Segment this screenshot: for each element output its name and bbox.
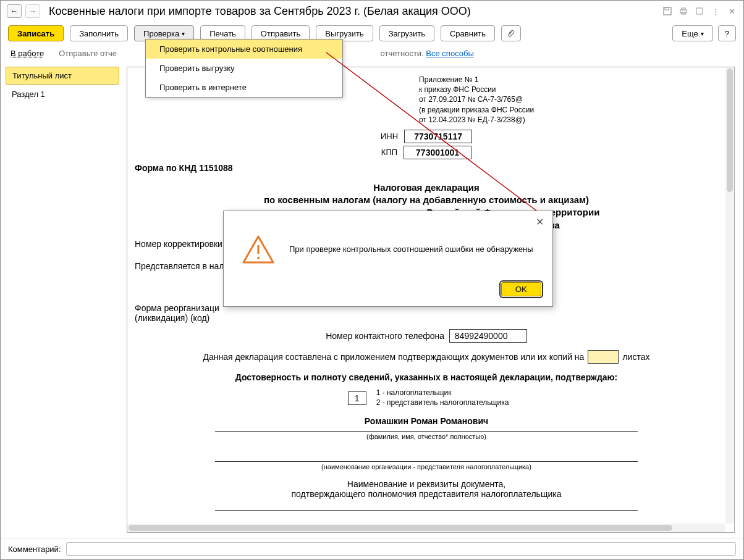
doc-name: Наименование и реквизиты документа, подт…: [135, 479, 718, 499]
svg-rect-3: [682, 8, 685, 10]
sheets-field[interactable]: [588, 350, 619, 364]
menu-item-check-unload[interactable]: Проверить выгрузку: [146, 59, 342, 78]
all-methods-link[interactable]: Все способы: [426, 49, 473, 58]
fio-note: (фамилия, имя, отчество* полностью): [135, 433, 718, 440]
help-button[interactable]: ?: [718, 25, 736, 41]
inn-field[interactable]: 7730715117: [404, 130, 472, 143]
sheets-post: листах: [622, 352, 649, 362]
svg-rect-5: [696, 8, 703, 14]
scrollbar-vertical[interactable]: [725, 67, 734, 524]
confirm-text: Достоверность и полноту сведений, указан…: [235, 372, 617, 382]
result-dialog: ✕ При проверке контрольных соотношений о…: [223, 211, 553, 307]
dialog-ok-button[interactable]: OK: [501, 282, 541, 296]
write-button[interactable]: Записать: [8, 25, 64, 41]
menu-item-check-internet[interactable]: Проверить в интернете: [146, 78, 342, 97]
comment-input[interactable]: [66, 542, 737, 556]
org-note: (наименование организации - представител…: [135, 463, 718, 470]
sidebar-item-title-page[interactable]: Титульный лист: [6, 67, 119, 85]
close-icon[interactable]: ✕: [726, 6, 737, 17]
sheets-pre: Данная декларация составлена с приложени…: [203, 352, 585, 362]
who-legend: 1 - налогоплательщик 2 - представитель н…: [376, 388, 509, 407]
window-title: Косвенные налоги при импорте товаров за …: [49, 5, 658, 18]
fio: Ромашкин Роман Романович: [135, 416, 718, 426]
kpp-label: КПП: [381, 148, 397, 157]
who-code-field[interactable]: 1: [348, 391, 366, 405]
kebab-icon[interactable]: ⋮: [710, 6, 721, 17]
dialog-close-button[interactable]: ✕: [534, 216, 545, 227]
check-dropdown-menu: Проверить контрольные соотношения Провер…: [145, 39, 343, 98]
comment-label: Комментарий:: [8, 545, 61, 554]
phone-field[interactable]: 84992490000: [449, 329, 527, 343]
attach-button[interactable]: [501, 25, 521, 41]
sidebar-item-section-1[interactable]: Раздел 1: [6, 86, 119, 102]
status-label[interactable]: В работе: [11, 49, 44, 58]
warning-icon: [241, 234, 276, 265]
nav-forward-button[interactable]: →: [25, 4, 40, 18]
phone-label: Номер контактного телефона: [326, 331, 444, 341]
compare-button[interactable]: Сравнить: [441, 25, 495, 41]
menu-item-check-ratios[interactable]: Проверить контрольные соотношения: [146, 40, 342, 59]
fill-button[interactable]: Заполнить: [70, 25, 128, 41]
load-button[interactable]: Загрузить: [379, 25, 434, 41]
dialog-message: При проверке контрольных соотношений оши…: [289, 244, 533, 254]
form-code: Форма по КНД 1151088: [135, 163, 718, 173]
paperclip-icon: [507, 29, 515, 38]
attachment-block: Приложение № 1 к приказу ФНС России от 2…: [419, 75, 718, 125]
save-icon[interactable]: [662, 6, 673, 17]
nav-back-button[interactable]: ←: [7, 4, 22, 18]
svg-point-7: [257, 257, 260, 259]
window-icon[interactable]: [694, 6, 705, 17]
kpp-field[interactable]: 773001001: [404, 146, 471, 159]
inn-label: ИНН: [381, 132, 398, 141]
scrollbar-horizontal[interactable]: [127, 524, 725, 532]
print-icon[interactable]: [678, 6, 689, 17]
more-button[interactable]: Еще▾: [672, 25, 712, 41]
